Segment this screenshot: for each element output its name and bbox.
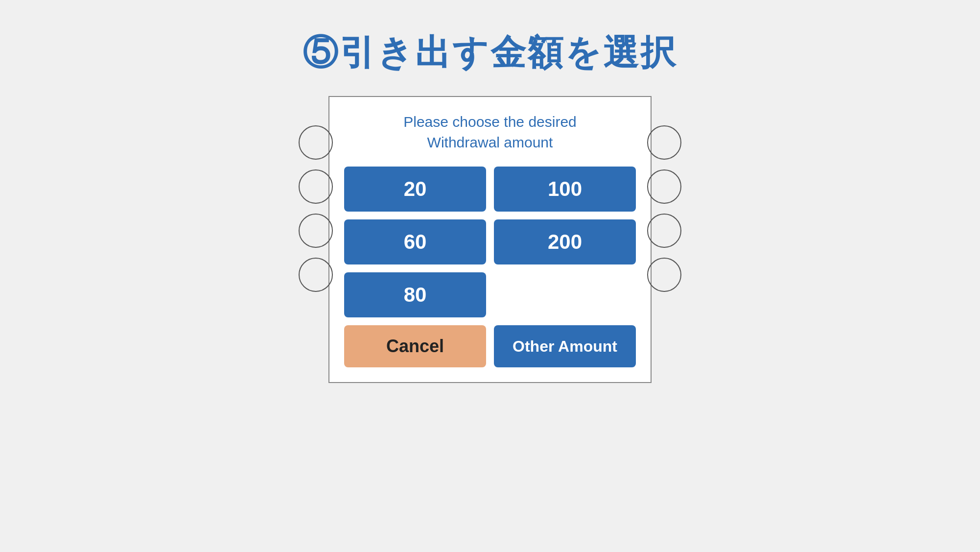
action-row: Cancel Other Amount (344, 325, 636, 367)
amount-btn-200[interactable]: 200 (494, 219, 636, 264)
amount-btn-20[interactable]: 20 (344, 167, 486, 212)
amount-btn-80[interactable]: 80 (344, 272, 486, 317)
empty-cell (494, 272, 636, 317)
bottom-row: Cancel Other Amount (344, 325, 636, 367)
right-circle-4[interactable] (647, 258, 681, 292)
atm-panel: Please choose the desired Withdrawal amo… (328, 96, 652, 383)
page-title: ⑤引き出す金額を選択 (303, 29, 677, 76)
left-circle-2[interactable] (299, 169, 333, 204)
main-container: Please choose the desired Withdrawal amo… (0, 96, 980, 383)
panel-subtitle: Please choose the desired Withdrawal amo… (344, 112, 636, 153)
amount-grid: 20 100 60 200 80 (344, 167, 636, 317)
cancel-button[interactable]: Cancel (344, 325, 486, 367)
right-circle-3[interactable] (647, 214, 681, 248)
amount-btn-100[interactable]: 100 (494, 167, 636, 212)
amount-btn-60[interactable]: 60 (344, 219, 486, 264)
left-circle-1[interactable] (299, 125, 333, 160)
right-circle-2[interactable] (647, 169, 681, 204)
left-circle-3[interactable] (299, 214, 333, 248)
left-circles (299, 125, 333, 292)
other-amount-button[interactable]: Other Amount (494, 325, 636, 367)
right-circles (647, 125, 681, 292)
right-circle-1[interactable] (647, 125, 681, 160)
left-circle-4[interactable] (299, 258, 333, 292)
